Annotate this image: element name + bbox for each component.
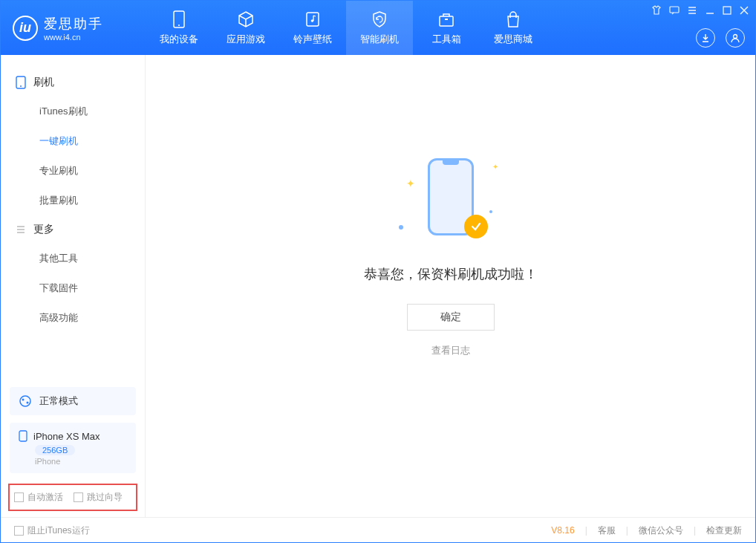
nav-label: 工具箱 xyxy=(432,33,461,46)
ok-button[interactable]: 确定 xyxy=(407,304,495,331)
nav-label: 智能刷机 xyxy=(360,33,399,46)
sidebar-item-itunes-flash[interactable]: iTunes刷机 xyxy=(1,97,145,126)
sparkle-icon: ✦ xyxy=(406,178,415,189)
phone-icon xyxy=(170,10,188,28)
sidebar-section-flash: 刷机 xyxy=(1,68,145,97)
chk-skip-guide[interactable]: 跳过向导 xyxy=(74,491,123,504)
view-log-link[interactable]: 查看日志 xyxy=(431,344,470,357)
phone-small-icon xyxy=(19,430,27,442)
flash-options-highlight: 自动激活 跳过向导 xyxy=(8,484,137,511)
chk-label: 自动激活 xyxy=(27,491,63,504)
checkbox-icon xyxy=(14,492,24,502)
minimize-icon[interactable] xyxy=(705,5,715,16)
sidebar-item-onekey-flash[interactable]: 一键刷机 xyxy=(1,126,145,156)
menu-icon[interactable] xyxy=(687,5,697,16)
svg-rect-2 xyxy=(307,13,319,26)
sidebar: 刷机 iTunes刷机 一键刷机 专业刷机 批量刷机 更多 其他工具 下载固件 … xyxy=(1,55,146,517)
separator: | xyxy=(585,525,587,536)
section-title: 刷机 xyxy=(33,76,54,89)
tshirt-icon[interactable] xyxy=(651,5,662,16)
success-illustration: ✦ ✦ xyxy=(399,155,503,244)
svg-point-8 xyxy=(734,35,737,39)
chk-auto-activate[interactable]: 自动激活 xyxy=(14,491,63,504)
svg-point-10 xyxy=(20,85,22,87)
nav-toolbox[interactable]: 工具箱 xyxy=(413,1,480,55)
svg-rect-6 xyxy=(670,7,679,13)
nav-tabs: 我的设备 应用游戏 铃声壁纸 智能刷机 工具箱 爱思商城 xyxy=(146,1,547,55)
svg-rect-5 xyxy=(445,19,448,20)
nav-ringtone-wallpaper[interactable]: 铃声壁纸 xyxy=(279,1,346,55)
svg-rect-7 xyxy=(723,7,731,14)
checkbox-icon xyxy=(14,526,24,536)
nav-store[interactable]: 爱思商城 xyxy=(480,1,547,55)
svg-point-13 xyxy=(27,402,29,404)
sidebar-item-batch-flash[interactable]: 批量刷机 xyxy=(1,186,145,215)
check-update-link[interactable]: 检查更新 xyxy=(706,524,742,537)
close-icon[interactable] xyxy=(739,5,749,16)
device-info[interactable]: iPhone XS Max 256GB iPhone xyxy=(10,423,136,473)
check-badge-icon xyxy=(464,215,488,238)
app-logo-icon: iu xyxy=(13,16,38,41)
nav-label: 我的设备 xyxy=(160,33,198,46)
device-type: iPhone xyxy=(35,457,127,466)
nav-label: 爱思商城 xyxy=(494,33,532,46)
logo-area: iu 爱思助手 www.i4.cn xyxy=(1,15,146,42)
chk-block-itunes[interactable]: 阻止iTunes运行 xyxy=(14,524,90,537)
nav-smart-flash[interactable]: 智能刷机 xyxy=(346,1,413,55)
success-message: 恭喜您，保资料刷机成功啦！ xyxy=(364,265,538,283)
svg-point-1 xyxy=(178,25,180,26)
download-icon[interactable] xyxy=(696,28,715,48)
list-icon xyxy=(16,224,26,235)
checkbox-icon xyxy=(74,492,83,502)
sidebar-item-pro-flash[interactable]: 专业刷机 xyxy=(1,156,145,186)
shield-refresh-icon xyxy=(371,10,388,28)
user-icon[interactable] xyxy=(726,28,745,48)
header-user-icons xyxy=(696,28,745,48)
app-subtitle: www.i4.cn xyxy=(44,33,103,42)
device-icon xyxy=(16,76,26,89)
nav-my-device[interactable]: 我的设备 xyxy=(146,1,212,55)
separator: | xyxy=(626,525,628,536)
mode-indicator[interactable]: 正常模式 xyxy=(10,387,136,415)
nav-label: 铃声壁纸 xyxy=(293,33,332,46)
dot-icon xyxy=(399,225,403,230)
nav-label: 应用游戏 xyxy=(227,33,265,46)
status-bar: 阻止iTunes运行 V8.16 | 客服 | 微信公众号 | 检查更新 xyxy=(1,517,755,543)
separator: | xyxy=(694,525,696,536)
main-content: ✦ ✦ 恭喜您，保资料刷机成功啦！ 确定 查看日志 xyxy=(146,55,755,517)
section-title: 更多 xyxy=(33,223,54,236)
svg-rect-14 xyxy=(19,431,27,441)
nav-apps-games[interactable]: 应用游戏 xyxy=(212,1,279,55)
window-controls xyxy=(651,5,749,16)
svg-rect-4 xyxy=(440,16,453,26)
mode-label: 正常模式 xyxy=(39,394,78,408)
support-link[interactable]: 客服 xyxy=(598,524,616,537)
chk-label: 跳过向导 xyxy=(87,491,123,504)
sidebar-item-other-tools[interactable]: 其他工具 xyxy=(1,244,145,273)
mode-icon xyxy=(19,394,32,408)
sidebar-item-advanced[interactable]: 高级功能 xyxy=(1,303,145,333)
app-header: iu 爱思助手 www.i4.cn 我的设备 应用游戏 铃声壁纸 智能刷机 工具… xyxy=(1,1,755,55)
app-title: 爱思助手 xyxy=(44,15,103,33)
svg-point-11 xyxy=(20,396,30,406)
sparkle-icon: ✦ xyxy=(492,163,498,171)
version-label: V8.16 xyxy=(551,525,574,536)
cube-icon xyxy=(237,10,255,28)
shopping-bag-icon xyxy=(504,10,522,28)
music-note-icon xyxy=(304,10,322,28)
wechat-link[interactable]: 微信公众号 xyxy=(639,524,683,537)
svg-point-3 xyxy=(311,19,314,22)
feedback-icon[interactable] xyxy=(669,5,680,16)
sidebar-section-more: 更多 xyxy=(1,215,145,244)
sidebar-item-download-fw[interactable]: 下载固件 xyxy=(1,273,145,303)
svg-point-12 xyxy=(22,399,25,401)
device-capacity: 256GB xyxy=(35,445,75,455)
toolbox-icon xyxy=(437,10,455,28)
chk-label: 阻止iTunes运行 xyxy=(27,524,90,537)
device-name: iPhone XS Max xyxy=(33,431,100,442)
dot-icon xyxy=(489,210,492,213)
maximize-icon[interactable] xyxy=(723,6,731,15)
